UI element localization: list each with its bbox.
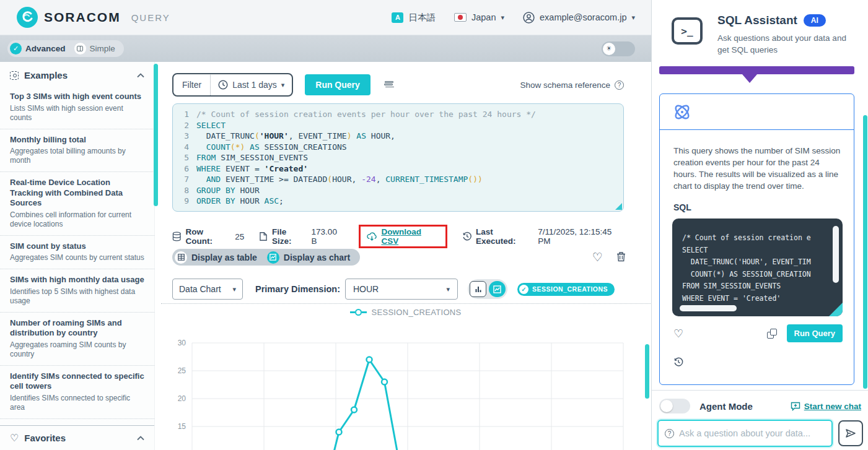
delete-query-trash-icon[interactable] (616, 251, 626, 262)
example-list-item[interactable]: Number of roaming SIMs and distribution … (0, 313, 154, 366)
chart-kind-toggle (468, 279, 507, 299)
sql-editor[interactable]: 1/* Count of session creation events per… (172, 103, 624, 212)
favorite-suggestion-heart-icon[interactable]: ♡ (673, 328, 683, 339)
chevron-up-icon[interactable] (137, 436, 144, 441)
example-item-description: Aggregates SIM counts by current status (10, 253, 144, 262)
last-executed-label: Last Executed: (476, 227, 533, 246)
display-as-chart[interactable]: Display as chart (267, 251, 350, 264)
code-horizontal-scrollbar[interactable] (680, 305, 737, 311)
sql-heading: SQL (673, 202, 854, 212)
assistant-progress-bar (659, 66, 854, 74)
line-chart-toggle-button[interactable] (489, 281, 506, 297)
check-icon: ✓ (519, 285, 528, 294)
editor-line[interactable]: 4 COUNT(*) AS SESSION_CREATIONS (179, 142, 617, 153)
code-vertical-scrollbar[interactable] (833, 226, 839, 283)
file-size-value: 173.00 B (312, 227, 344, 246)
query-queue-icon[interactable] (384, 81, 394, 89)
main-scrollbar[interactable] (645, 344, 649, 399)
example-list-item[interactable]: SIM count by statusAggregates SIM counts… (0, 236, 154, 270)
bar-chart-toggle-button[interactable] (470, 281, 486, 297)
favorite-query-heart-icon[interactable]: ♡ (592, 250, 603, 264)
copy-icon[interactable] (767, 329, 777, 339)
results-line-chart[interactable]: 30252015 (161, 328, 651, 450)
mode-advanced-label: Advanced (25, 44, 66, 53)
start-new-chat-link[interactable]: Start new chat (791, 402, 861, 411)
favorites-title: Favorites (24, 433, 66, 443)
ask-question-input[interactable] (679, 428, 825, 438)
history-icon[interactable] (673, 357, 854, 367)
download-csv-annotation-box: Download CSV (359, 225, 447, 248)
svg-text:20: 20 (178, 394, 186, 403)
editor-line[interactable]: 3 DATE_TRUNC('HOUR', EVENT_TIME) AS HOUR… (179, 131, 617, 142)
example-list-item[interactable]: Real-time Device Location Tracking with … (0, 172, 154, 236)
ask-input-wrap: ? (657, 420, 833, 447)
primary-dimension-dropdown[interactable]: HOUR ▾ (345, 279, 458, 300)
history-clock-icon (462, 231, 472, 241)
example-list-item[interactable]: Top 3 SIMs with high event countsLists S… (0, 86, 154, 129)
examples-header[interactable]: Examples (0, 62, 154, 86)
metric-badge-session-creations[interactable]: ✓ SESSION_CREATIONS (517, 283, 615, 296)
send-button[interactable] (838, 420, 863, 446)
assistant-title: SQL Assistant (717, 14, 797, 27)
editor-line[interactable]: 7 AND EVENT_TIME >= DATEADD(HOUR, -24, C… (179, 174, 617, 185)
editor-line[interactable]: 6WHERE EVENT = 'Created' (179, 163, 617, 175)
language-switcher[interactable]: A 日本語 (392, 12, 436, 24)
schema-link-label: Show schema reference (520, 80, 610, 90)
example-list-item[interactable]: Identify SIMs connected to specific cell… (0, 366, 154, 419)
chevron-up-icon[interactable] (137, 73, 144, 78)
theme-toggle[interactable]: ☀ (602, 41, 635, 56)
user-icon (523, 12, 535, 24)
mode-simple[interactable]: Simple (74, 43, 115, 54)
metric-badge-label: SESSION_CREATIONS (532, 285, 608, 293)
chart-type-dropdown[interactable]: Data Chart ▾ (172, 279, 243, 300)
mode-advanced[interactable]: ✓ Advanced (10, 43, 66, 54)
brand: SORACOM QUERY (16, 6, 170, 28)
editor-line[interactable]: 2SELECT (179, 120, 617, 131)
region-label: Japan (471, 12, 496, 22)
editor-line[interactable]: 5FROM SIM_SESSION_EVENTS (179, 152, 617, 163)
run-query-button[interactable]: Run Query (305, 74, 370, 95)
examples-sidebar: Examples Top 3 SIMs with high event coun… (0, 62, 155, 450)
assistant-run-query-button[interactable]: Run Query (787, 324, 843, 342)
show-schema-reference-link[interactable]: Show schema reference ? (520, 80, 624, 90)
resize-handle[interactable] (615, 203, 622, 210)
assistant-panel-scrollbar[interactable] (863, 115, 867, 389)
assistant-code-block[interactable]: /* Count of session creation e SELECT DA… (672, 219, 843, 316)
code-resize-handle[interactable] (829, 303, 843, 316)
mode-toolbar: ✓ Advanced Simple ☀ (0, 35, 651, 62)
example-item-title: Real-time Device Location Tracking with … (10, 178, 144, 209)
example-list-item[interactable]: List of inactive SIMsRetrieves list of i… (0, 419, 154, 426)
language-label: 日本語 (408, 12, 436, 24)
editor-line[interactable]: 1/* Count of session creation events per… (179, 109, 617, 120)
account-menu[interactable]: example@soracom.jp ▾ (523, 12, 635, 24)
display-as-table[interactable]: Display as table (175, 251, 257, 264)
display-as-table-label: Display as table (191, 253, 257, 262)
example-item-title: Identify SIMs connected to specific cell… (10, 371, 144, 392)
help-icon: ? (615, 80, 624, 90)
example-item-description: Aggregates total billing amounts by mont… (10, 147, 144, 165)
sidebar-scrollbar[interactable] (154, 64, 158, 206)
example-item-description: Aggregates roaming SIM counts by country (10, 340, 144, 359)
line-number: 9 (179, 196, 189, 207)
example-list-item[interactable]: Monthly billing totalAggregates total bi… (0, 129, 154, 173)
chart-type-value: Data Chart (179, 284, 221, 294)
line-number: 3 (179, 131, 189, 142)
line-chart-icon (493, 285, 501, 293)
assistant-subtitle: Ask questions about your data and get SQ… (717, 32, 856, 56)
primary-dimension-label: Primary Dimension: (255, 284, 340, 294)
region-selector[interactable]: Japan ▾ (454, 12, 504, 22)
chart-legend[interactable]: SESSION_CREATIONS (161, 308, 651, 317)
terminal-icon: >_ (672, 17, 703, 45)
agent-mode-toggle[interactable] (659, 399, 690, 413)
time-range-dropdown[interactable]: Last 1 days ▾ (211, 80, 292, 90)
start-new-chat-label: Start new chat (804, 402, 861, 411)
editor-line[interactable]: 8GROUP BY HOUR (179, 185, 617, 196)
favorites-header[interactable]: ♡ Favorites (0, 425, 154, 450)
file-size-label: File Size: (272, 227, 307, 246)
download-csv-link[interactable]: Download CSV (381, 227, 439, 246)
editor-line[interactable]: 9ORDER BY HOUR ASC; (179, 196, 617, 207)
chevron-down-icon: ▾ (446, 285, 450, 293)
display-as-chart-label: Display as chart (284, 253, 350, 262)
example-list-item[interactable]: SIMs with high monthly data usageIdentif… (0, 269, 154, 313)
filter-label[interactable]: Filter (173, 80, 210, 90)
